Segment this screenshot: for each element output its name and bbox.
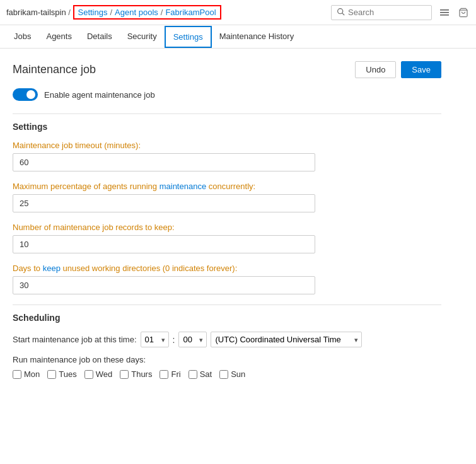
toggle-label: Enable agent maintenance job <box>44 90 155 100</box>
field-records: Number of maintenance job records to kee… <box>13 223 441 253</box>
minute-select[interactable]: 00153045 <box>178 332 207 347</box>
tab-jobs[interactable]: Jobs <box>6 25 38 49</box>
search-input[interactable] <box>348 8 426 17</box>
svg-point-0 <box>338 8 343 13</box>
day-sat: Sat <box>189 369 212 379</box>
scheduling-title: Scheduling <box>13 313 441 323</box>
search-icon <box>337 8 345 18</box>
breadcrumb-outlined: Settings / Agent pools / FabrikamPool <box>73 5 221 20</box>
minute-select-wrap: 00153045 <box>178 332 207 347</box>
time-colon: : <box>173 335 175 345</box>
sep1: / <box>66 8 73 17</box>
field-days-keep: Days to keep unused working directories … <box>13 264 441 294</box>
cart-icon[interactable] <box>457 6 470 19</box>
timezone-select-wrap: (UTC) Coordinated Universal Time (UTC+05… <box>211 332 362 347</box>
toggle-row: Enable agent maintenance job <box>13 88 441 101</box>
field-max-percent: Maximum percentage of agents running mai… <box>13 182 441 212</box>
label-sun: Sun <box>231 369 245 379</box>
checkbox-thurs[interactable] <box>120 370 129 379</box>
day-fri: Fri <box>160 369 180 379</box>
breadcrumb-agent-pools[interactable]: Agent pools <box>115 8 158 17</box>
tab-navigation: Jobs Agents Details Security Settings Ma… <box>0 25 476 49</box>
label-sat: Sat <box>200 369 212 379</box>
action-buttons: Undo Save <box>355 61 441 78</box>
tab-details[interactable]: Details <box>79 25 120 49</box>
max-percent-input[interactable] <box>13 194 315 212</box>
label-tues: Tues <box>59 369 76 379</box>
checkbox-sun[interactable] <box>219 370 228 379</box>
day-thurs: Thurs <box>120 369 152 379</box>
tab-security[interactable]: Security <box>120 25 165 49</box>
checkbox-sat[interactable] <box>189 370 197 379</box>
hour-select[interactable]: 01020304 05060708 09101112 13141516 1718… <box>141 332 169 347</box>
days-keep-label: Days to keep unused working directories … <box>13 264 441 273</box>
tab-maintenance-history[interactable]: Maintenance History <box>212 25 302 49</box>
records-label: Number of maintenance job records to kee… <box>13 223 441 232</box>
label-mon: Mon <box>24 369 40 379</box>
records-input[interactable] <box>13 235 315 253</box>
label-wed: Wed <box>96 369 113 379</box>
highlight-maintenance: maintenance <box>160 182 206 191</box>
start-time-row: Start maintenance job at this time: 0102… <box>13 332 441 347</box>
label-thurs: Thurs <box>131 369 152 379</box>
maintenance-toggle[interactable] <box>13 88 38 101</box>
tab-agents[interactable]: Agents <box>38 25 79 49</box>
settings-section-title: Settings <box>13 122 441 132</box>
svg-rect-2 <box>440 9 449 11</box>
tab-settings[interactable]: Settings <box>165 26 212 48</box>
save-button[interactable]: Save <box>401 61 441 78</box>
main-content: Maintenance job Undo Save Enable agent m… <box>0 49 454 392</box>
maintenance-job-title: Maintenance job <box>13 63 96 76</box>
checkbox-fri[interactable] <box>160 370 168 379</box>
sep3: / <box>161 8 163 17</box>
day-sun: Sun <box>219 369 245 379</box>
days-checkboxes-row: Mon Tues Wed Thurs Fri Sat Sun <box>13 369 441 379</box>
org-name[interactable]: fabrikam-tailspin <box>6 8 66 17</box>
timezone-select[interactable]: (UTC) Coordinated Universal Time (UTC+05… <box>211 332 362 347</box>
list-icon[interactable] <box>438 6 451 19</box>
label-fri: Fri <box>171 369 180 379</box>
undo-button[interactable]: Undo <box>355 61 396 78</box>
start-time-label: Start maintenance job at this time: <box>13 335 137 344</box>
day-mon: Mon <box>13 369 40 379</box>
svg-line-1 <box>342 13 344 14</box>
hour-select-wrap: 01020304 05060708 09101112 13141516 1718… <box>141 332 169 347</box>
days-run-label: Run maintenance job on these days: <box>13 355 441 364</box>
divider-1 <box>13 113 441 114</box>
timeout-label: Maintenance job timeout (minutes): <box>13 141 441 150</box>
checkbox-tues[interactable] <box>47 370 56 379</box>
divider-2 <box>13 304 441 305</box>
highlight-keep: keep <box>43 264 61 273</box>
svg-rect-4 <box>440 14 449 16</box>
day-tues: Tues <box>47 369 76 379</box>
day-wed: Wed <box>84 369 113 379</box>
checkbox-mon[interactable] <box>13 370 21 379</box>
top-bar-right <box>331 5 470 20</box>
days-keep-input[interactable] <box>13 276 315 294</box>
svg-rect-3 <box>440 12 449 13</box>
max-percent-label: Maximum percentage of agents running mai… <box>13 182 441 191</box>
checkbox-wed[interactable] <box>84 370 93 379</box>
search-box[interactable] <box>331 5 432 20</box>
breadcrumb-settings[interactable]: Settings <box>78 8 108 17</box>
sep2: / <box>110 8 112 17</box>
breadcrumb-pool[interactable]: FabrikamPool <box>165 8 216 17</box>
field-timeout: Maintenance job timeout (minutes): <box>13 141 441 171</box>
top-bar: fabrikam-tailspin / Settings / Agent poo… <box>0 0 476 25</box>
timeout-input[interactable] <box>13 153 315 171</box>
maintenance-job-header: Maintenance job Undo Save <box>13 61 441 78</box>
toggle-slider <box>13 88 38 101</box>
